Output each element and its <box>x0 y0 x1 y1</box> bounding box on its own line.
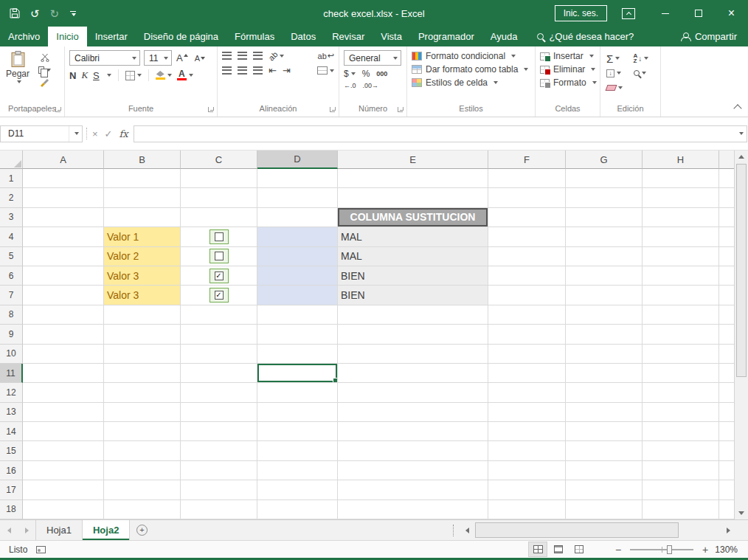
tab-split-handle[interactable] <box>453 525 454 536</box>
column-header-H[interactable]: H <box>643 151 719 169</box>
font-name-select[interactable]: Calibri <box>69 50 140 66</box>
cell-C9[interactable] <box>181 325 257 344</box>
tab-insertar[interactable]: Insertar <box>87 27 136 46</box>
percent-style-button[interactable]: % <box>362 69 370 79</box>
orientation-button[interactable]: ab <box>269 52 284 61</box>
zoom-slider[interactable] <box>630 549 693 550</box>
cell-D12[interactable] <box>257 383 338 402</box>
checkbox-C7-checked[interactable]: ✓ <box>215 291 224 300</box>
cell-F5[interactable] <box>488 247 566 266</box>
sign-in-button[interactable]: Inic. ses. <box>555 5 607 21</box>
align-middle-button[interactable] <box>238 52 247 60</box>
horizontal-scrollbar[interactable] <box>460 520 735 540</box>
row-header-11[interactable]: 11 <box>0 364 23 383</box>
autosum-button[interactable]: Σ <box>606 53 632 64</box>
cell-G14[interactable] <box>566 422 643 441</box>
sheet-tab-hoja1[interactable]: Hoja1 <box>35 520 83 540</box>
new-sheet-button[interactable]: + <box>130 520 153 540</box>
row-header-17[interactable]: 17 <box>0 480 23 499</box>
cell-styles-button[interactable]: Estilos de celda <box>412 77 530 88</box>
vertical-scrollbar[interactable] <box>734 151 748 519</box>
cell-F1[interactable] <box>488 169 566 188</box>
maximize-button[interactable] <box>682 0 715 27</box>
cell-G15[interactable] <box>566 441 643 460</box>
cell-G13[interactable] <box>566 403 643 422</box>
column-header-E[interactable]: E <box>338 151 488 169</box>
decrease-indent-button[interactable]: ⇤ <box>269 65 277 76</box>
row-header-4[interactable]: 4 <box>0 227 23 246</box>
cell-G7[interactable] <box>566 286 643 305</box>
decrease-decimal-button[interactable]: .00→ <box>363 82 379 89</box>
cancel-button[interactable]: × <box>92 128 98 139</box>
cell-C18[interactable] <box>181 500 257 519</box>
insert-function-button[interactable]: fx <box>120 128 128 139</box>
conditional-formatting-button[interactable]: Formato condicional <box>412 51 530 61</box>
cell-A3[interactable] <box>23 208 104 227</box>
number-format-select[interactable]: General <box>344 50 401 66</box>
cell-D4[interactable] <box>257 227 338 246</box>
cell-G17[interactable] <box>566 480 643 499</box>
cell-E16[interactable] <box>338 461 488 480</box>
cell-A16[interactable] <box>23 461 104 480</box>
row-header-14[interactable]: 14 <box>0 422 23 441</box>
cell-H1[interactable] <box>643 169 719 188</box>
wrap-text-button[interactable]: ab↩ <box>318 51 334 61</box>
share-button[interactable]: Compartir <box>670 27 748 46</box>
cell-B7[interactable]: Valor 3 <box>104 286 181 305</box>
align-left-button[interactable] <box>222 66 232 75</box>
cell-E13[interactable] <box>338 403 488 422</box>
format-cells-button[interactable]: Formato <box>540 77 595 88</box>
cell-F9[interactable] <box>488 325 566 344</box>
sort-filter-button[interactable]: AZ↓ <box>634 53 659 63</box>
cell-B15[interactable] <box>104 441 181 460</box>
customize-qat-button[interactable] <box>69 11 76 16</box>
copy-button[interactable] <box>38 66 51 74</box>
row-header-6[interactable]: 6 <box>0 266 23 286</box>
cell-E8[interactable] <box>338 305 488 325</box>
cell-H5[interactable] <box>643 247 719 266</box>
column-header-C[interactable]: C <box>181 151 257 169</box>
zoom-level[interactable]: 130% <box>713 545 748 555</box>
vertical-scroll-track[interactable] <box>735 163 748 507</box>
cell-E5[interactable]: MAL <box>338 247 488 266</box>
cell-B4[interactable]: Valor 1 <box>104 227 181 246</box>
font-color-button[interactable]: A <box>177 70 193 80</box>
paste-button[interactable]: Pegar <box>1 49 34 103</box>
cell-G2[interactable] <box>566 188 643 207</box>
tab-ayuda[interactable]: Ayuda <box>482 27 526 46</box>
vertical-scroll-thumb[interactable] <box>736 164 747 377</box>
scroll-left-button[interactable] <box>460 520 474 540</box>
increase-indent-button[interactable]: ⇥ <box>283 65 291 76</box>
cell-D16[interactable] <box>257 461 338 480</box>
page-layout-view-button[interactable] <box>549 542 568 557</box>
checkbox-C6-checked[interactable]: ✓ <box>215 272 224 280</box>
cell-C12[interactable] <box>181 383 257 402</box>
cell-C10[interactable] <box>181 345 257 364</box>
tab-revisar[interactable]: Revisar <box>324 27 373 46</box>
name-box-dropdown[interactable] <box>69 126 82 142</box>
undo-button[interactable]: ↺ <box>30 8 40 19</box>
cell-B1[interactable] <box>104 169 181 188</box>
zoom-in-button[interactable]: + <box>698 544 713 556</box>
cell-F13[interactable] <box>488 403 566 422</box>
cell-F12[interactable] <box>488 383 566 402</box>
cell-F8[interactable] <box>488 305 566 325</box>
cell-E17[interactable] <box>338 480 488 499</box>
cell-C3[interactable] <box>181 208 257 227</box>
row-header-2[interactable]: 2 <box>0 188 23 207</box>
cell-B8[interactable] <box>104 305 181 325</box>
cell-C8[interactable] <box>181 305 257 325</box>
cell-E12[interactable] <box>338 383 488 402</box>
italic-button[interactable]: K <box>81 69 88 81</box>
checkbox-C5-unchecked[interactable] <box>215 252 224 260</box>
cell-D17[interactable] <box>257 480 338 499</box>
cell-D3[interactable] <box>257 208 338 227</box>
cell-F6[interactable] <box>488 266 566 286</box>
cell-A11[interactable] <box>23 364 104 383</box>
cell-B6[interactable]: Valor 3 <box>104 266 181 286</box>
row-header-16[interactable]: 16 <box>0 461 23 480</box>
cell-H13[interactable] <box>643 403 719 422</box>
cell-A2[interactable] <box>23 188 104 207</box>
minimize-button[interactable] <box>648 0 682 27</box>
cell-A10[interactable] <box>23 345 104 364</box>
